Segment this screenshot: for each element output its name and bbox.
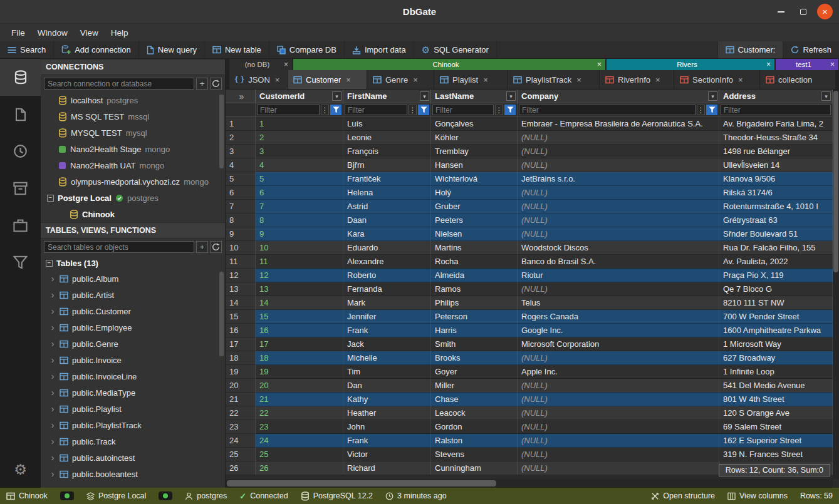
cell-company[interactable]: (NULL) xyxy=(518,158,719,172)
filter-funnel-icon[interactable] xyxy=(706,105,717,115)
grid-corner-button[interactable]: » xyxy=(226,90,256,103)
cell-lastname[interactable]: Hansen xyxy=(431,158,518,172)
cell-company[interactable]: (NULL) xyxy=(518,200,719,213)
table-row[interactable]: 1616FrankHarrisGoogle Inc.1600 Amphithea… xyxy=(226,324,839,337)
cell-address[interactable]: Rotenturmstraße 4, 1010 I xyxy=(719,200,833,213)
cell-lastname[interactable]: Gruber xyxy=(431,200,518,213)
column-dropdown-icon[interactable]: ▾ xyxy=(506,91,516,101)
collapse-icon[interactable]: − xyxy=(47,195,54,202)
close-button[interactable]: × xyxy=(817,4,833,19)
table-row[interactable]: 22LeonieKöhler(NULL)Theodor-Heuss-Straße… xyxy=(226,131,839,145)
table-row[interactable]: 1111AlexandreRochaBanco do Brasil S.A.Av… xyxy=(226,255,839,269)
table-public-album[interactable]: ›public.Album xyxy=(41,270,225,287)
row-number[interactable]: 5 xyxy=(226,172,256,186)
cell-lastname[interactable]: Stevens xyxy=(431,448,518,461)
cell-lastname[interactable]: Köhler xyxy=(431,131,518,145)
cell-customerid[interactable]: 18 xyxy=(256,351,343,365)
table-row[interactable]: 1818MichelleBrooks(NULL)627 Broadway xyxy=(226,351,839,365)
cell-address[interactable]: Sřnder Boulevard 51 xyxy=(719,227,833,241)
table-public-mediatype[interactable]: ›public.MediaType xyxy=(41,384,225,401)
filter-menu-icon[interactable]: ⋮ xyxy=(495,105,503,115)
activity-files[interactable] xyxy=(0,96,41,133)
add-table-plus-button[interactable]: + xyxy=(196,241,208,253)
cell-firstname[interactable]: Dan xyxy=(343,379,431,393)
table-row[interactable]: 44BjřrnHansen(NULL)Ullevĺlsveien 14 xyxy=(226,158,839,172)
cell-firstname[interactable]: Kathy xyxy=(343,393,431,406)
close-group-icon[interactable]: × xyxy=(766,60,771,69)
column-dropdown-icon[interactable]: ▾ xyxy=(708,91,717,101)
row-number[interactable]: 21 xyxy=(226,393,256,406)
cell-company[interactable]: Woodstock Discos xyxy=(518,241,719,255)
cell-customerid[interactable]: 21 xyxy=(256,393,343,406)
row-number[interactable]: 17 xyxy=(226,337,256,351)
cell-address[interactable]: Qe 7 Bloco G xyxy=(719,282,833,296)
tables-search-input[interactable] xyxy=(44,241,194,253)
row-number[interactable]: 6 xyxy=(226,186,256,200)
cell-company[interactable]: (NULL) xyxy=(518,227,719,241)
cell-lastname[interactable]: Rocha xyxy=(431,255,518,269)
cell-address[interactable]: 801 W 4th Street xyxy=(719,393,833,406)
status-connected[interactable]: ✓Connected xyxy=(239,491,288,500)
column-header-company[interactable]: Company▾ xyxy=(518,90,719,103)
cell-address[interactable]: 8210 111 ST NW xyxy=(719,296,833,310)
close-tab-icon[interactable]: × xyxy=(275,75,280,85)
filter-menu-icon[interactable]: ⋮ xyxy=(321,105,329,115)
tab-playlisttrack[interactable]: PlaylistTrack× xyxy=(508,70,599,89)
filter-input-firstname[interactable] xyxy=(345,105,407,115)
table-public-playlist[interactable]: ›public.Playlist xyxy=(41,401,225,417)
cell-address[interactable]: 319 N. Frances Street xyxy=(719,448,833,461)
row-number[interactable]: 19 xyxy=(226,365,256,379)
table-row[interactable]: 77AstridGruber(NULL)Rotenturmstraße 4, 1… xyxy=(226,200,839,213)
status-rows-59[interactable]: Rows: 59 xyxy=(800,491,833,500)
cell-customerid[interactable]: 24 xyxy=(256,434,343,448)
close-tab-icon[interactable]: × xyxy=(346,75,351,85)
cell-company[interactable]: Microsoft Corporation xyxy=(518,337,719,351)
vertical-scrollbar-thumb[interactable] xyxy=(833,91,838,272)
cell-company[interactable]: Apple Inc. xyxy=(518,365,719,379)
cell-customerid[interactable]: 22 xyxy=(256,406,343,420)
cell-firstname[interactable]: Michelle xyxy=(343,351,431,365)
table-public-invoiceline[interactable]: ›public.InvoiceLine xyxy=(41,368,225,384)
row-number[interactable]: 16 xyxy=(226,324,256,337)
toolbar-search[interactable]: Search xyxy=(0,41,54,58)
cell-lastname[interactable]: Leacock xyxy=(431,406,518,420)
close-group-icon[interactable]: × xyxy=(284,60,288,69)
column-header-customerid[interactable]: CustomerId▾ xyxy=(256,90,343,103)
cell-lastname[interactable]: Peterson xyxy=(431,310,518,324)
table-row[interactable]: 2222HeatherLeacock(NULL)120 S Orange Ave xyxy=(226,406,839,420)
row-number[interactable]: 2 xyxy=(226,131,256,145)
tab-sectioninfo[interactable]: SectionInfo× xyxy=(674,70,759,89)
cell-firstname[interactable]: John xyxy=(343,420,431,434)
cell-company[interactable]: Google Inc. xyxy=(518,324,719,337)
menu-file[interactable]: File xyxy=(5,26,31,40)
cell-lastname[interactable]: Cunningham xyxy=(431,461,518,475)
cell-firstname[interactable]: Jennifer xyxy=(343,310,431,324)
cell-lastname[interactable]: Gonçalves xyxy=(431,117,518,131)
cell-address[interactable]: 1600 Amphitheatre Parkwa xyxy=(719,324,833,337)
connection-ms-sql-test[interactable]: MS SQL TESTmssql xyxy=(41,108,225,125)
table-row[interactable]: 1414MarkPhilipsTelus8210 111 ST NW xyxy=(226,296,839,310)
table-row[interactable]: 2525VictorStevens(NULL)319 N. Frances St… xyxy=(226,448,839,461)
filter-input-customerid[interactable] xyxy=(257,105,320,115)
cell-lastname[interactable]: Miller xyxy=(431,379,518,393)
table-row[interactable]: 2020DanMiller(NULL)541 Del Medio Avenue xyxy=(226,379,839,393)
cell-customerid[interactable]: 19 xyxy=(256,365,343,379)
cell-firstname[interactable]: Fernanda xyxy=(343,282,431,296)
cell-customerid[interactable]: 26 xyxy=(256,461,343,475)
cell-address[interactable]: Av. Paulista, 2022 xyxy=(719,255,833,269)
cell-customerid[interactable]: 25 xyxy=(256,448,343,461)
cell-customerid[interactable]: 3 xyxy=(256,145,343,158)
cell-address[interactable]: Rua Dr. Falcão Filho, 155 xyxy=(719,241,833,255)
connection-nano2health-stage[interactable]: Nano2Health Stagemongo xyxy=(41,141,225,157)
cell-company[interactable]: (NULL) xyxy=(518,282,719,296)
cell-company[interactable]: (NULL) xyxy=(518,434,719,448)
table-row[interactable]: 2424FrankRalston(NULL)162 E Superior Str… xyxy=(226,434,839,448)
column-dropdown-icon[interactable]: ▾ xyxy=(420,91,429,101)
activity-filters[interactable] xyxy=(0,244,41,280)
toolbar-refresh[interactable]: Refresh xyxy=(783,41,839,58)
toolbar-add-connection[interactable]: Add connection xyxy=(54,41,139,58)
cell-address[interactable]: Av. Brigadeiro Faria Lima, 2 xyxy=(719,117,833,131)
cell-lastname[interactable]: Philips xyxy=(431,296,518,310)
cell-company[interactable]: (NULL) xyxy=(518,420,719,434)
cell-customerid[interactable]: 10 xyxy=(256,241,343,255)
